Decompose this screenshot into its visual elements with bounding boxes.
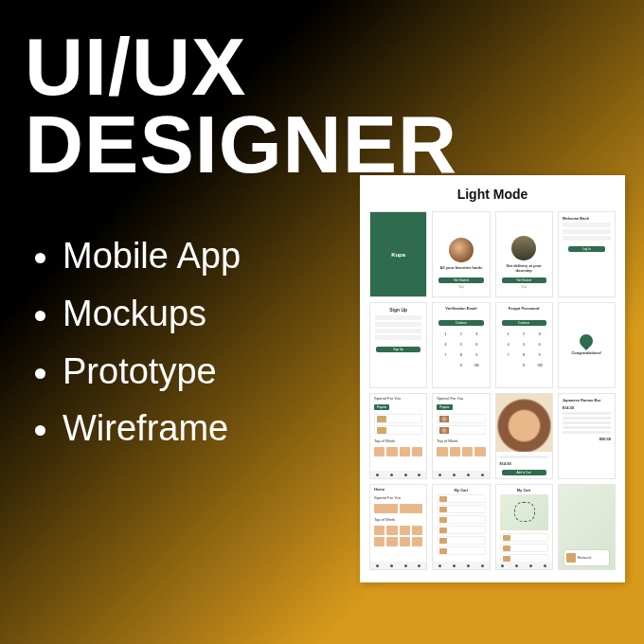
food-row bbox=[374, 447, 422, 456]
bottom-nav bbox=[496, 562, 552, 569]
main-heading: UI/UX DESIGNER bbox=[25, 28, 457, 183]
cart-item bbox=[437, 505, 485, 513]
cart-item bbox=[437, 526, 485, 534]
service-item: Wireframe bbox=[63, 400, 241, 457]
signup-button: Sign Up bbox=[376, 347, 420, 352]
input-field bbox=[375, 335, 421, 340]
skip-link: Skip bbox=[433, 285, 489, 289]
food-card bbox=[437, 425, 485, 435]
input-field bbox=[563, 229, 611, 234]
screen-title: My Cart bbox=[500, 488, 548, 492]
food-row bbox=[374, 537, 422, 546]
get-started-button: Get Started bbox=[438, 277, 483, 283]
screen-product-detail: $14.50 Add to Cart bbox=[495, 393, 553, 479]
screen-title: Home bbox=[370, 485, 426, 493]
food-card bbox=[374, 414, 422, 423]
input-field bbox=[563, 223, 611, 227]
panel-title: Light Mode bbox=[369, 187, 616, 202]
food-image bbox=[449, 238, 474, 262]
input-field bbox=[375, 315, 421, 320]
food-row bbox=[437, 447, 485, 456]
popup-image bbox=[566, 553, 576, 563]
screen-title: Sign Up bbox=[370, 303, 426, 313]
food-card bbox=[437, 414, 485, 423]
onboard-title: Get delivery at your doorstep bbox=[496, 264, 552, 273]
map-popup: Restaurant bbox=[564, 550, 609, 565]
screen-map: Restaurant bbox=[558, 484, 616, 570]
section-title: Special For You bbox=[433, 394, 489, 402]
bottom-nav bbox=[370, 562, 426, 569]
screen-special-2: Special For You Popular Top of Week bbox=[432, 393, 490, 479]
heading-line-1: UI/UX bbox=[25, 28, 457, 106]
screen-title: Verification Email bbox=[433, 303, 489, 311]
price-text: $14.50 bbox=[500, 461, 548, 466]
food-card bbox=[374, 425, 422, 435]
continue-button: Continue bbox=[502, 320, 546, 326]
section-title: Special For You bbox=[370, 394, 426, 402]
screen-special-1: Special For You Popular Top of Week bbox=[369, 393, 427, 479]
screen-verification: Verification Email Continue 123 456 789 … bbox=[432, 302, 490, 388]
product-image bbox=[496, 394, 552, 452]
service-item: Mockups bbox=[63, 285, 241, 343]
numeric-keypad: 123 456 789 0⌫ bbox=[438, 330, 483, 369]
service-list: Mobile App Mockups Prototype Wireframe bbox=[25, 227, 241, 457]
section-title: Special For You bbox=[370, 493, 426, 502]
numeric-keypad: 123 456 789 0⌫ bbox=[502, 330, 546, 369]
screen-success: Congratulations! bbox=[558, 302, 616, 388]
app-logo-text: Kupa bbox=[391, 252, 405, 258]
input-field bbox=[375, 322, 421, 327]
cart-item bbox=[500, 544, 548, 552]
food-image bbox=[511, 236, 536, 260]
continue-button: Continue bbox=[438, 320, 483, 326]
mockup-panel: Light Mode Kupa All your favorites foods… bbox=[360, 175, 625, 582]
skip-link: Skip bbox=[496, 285, 552, 289]
success-icon bbox=[577, 331, 596, 350]
section-title: Top of Week bbox=[370, 437, 426, 445]
cart-item bbox=[500, 533, 548, 542]
success-text: Congratulations! bbox=[567, 351, 605, 355]
onboard-title: All your favorites foods bbox=[437, 266, 487, 270]
screen-signup: Sign Up Sign Up bbox=[369, 302, 427, 388]
screen-splash: Kupa bbox=[369, 211, 427, 297]
screen-home: Home Special For You Top of Week bbox=[369, 484, 427, 570]
total-price: $50.50 bbox=[563, 437, 611, 441]
screen-onboard-2: Get delivery at your doorstep Get Starte… bbox=[495, 211, 553, 297]
bottom-nav bbox=[433, 471, 489, 478]
login-button: Log In bbox=[568, 246, 605, 252]
bottom-nav bbox=[370, 471, 426, 478]
cart-item bbox=[437, 494, 485, 503]
screen-title: Forgot Password bbox=[496, 303, 552, 311]
screen-title: My Cart bbox=[437, 488, 485, 492]
full-map: Restaurant bbox=[559, 485, 615, 569]
section-title: Top of Week bbox=[433, 437, 489, 445]
input-field bbox=[375, 329, 421, 333]
add-to-cart-button: Add to Cart bbox=[502, 470, 546, 475]
get-started-button: Get Started bbox=[502, 277, 546, 283]
screen-title: Welcome Back bbox=[563, 216, 611, 221]
food-row bbox=[374, 504, 422, 513]
cart-item bbox=[437, 515, 485, 524]
popular-badge: Popular bbox=[437, 404, 452, 410]
bottom-nav bbox=[433, 562, 489, 569]
heading-line-2: DESIGNER bbox=[25, 106, 457, 184]
screen-grid: Kupa All your favorites foods Get Starte… bbox=[369, 211, 616, 570]
screen-forgot-password: Forgot Password Continue 123 456 789 0⌫ bbox=[495, 302, 553, 388]
service-item: Prototype bbox=[63, 343, 241, 401]
screen-summary: Japanese Ramen Bar $14.50 $50.50 bbox=[558, 393, 616, 479]
screen-cart-1: My Cart bbox=[432, 484, 490, 570]
restaurant-name: Japanese Ramen Bar bbox=[563, 398, 611, 402]
screen-onboard-1: All your favorites foods Get Started Ski… bbox=[432, 211, 490, 297]
screen-cart-map: My Cart bbox=[495, 484, 553, 570]
service-item: Mobile App bbox=[63, 227, 241, 285]
cart-item bbox=[437, 536, 485, 545]
screen-login: Welcome Back Log In bbox=[558, 211, 616, 297]
mini-map bbox=[500, 494, 548, 530]
food-row bbox=[374, 526, 422, 535]
cart-item bbox=[437, 546, 485, 555]
section-title: Top of Week bbox=[370, 515, 426, 524]
input-field bbox=[563, 236, 611, 241]
popular-badge: Popular bbox=[374, 404, 389, 410]
popup-title: Restaurant bbox=[578, 556, 592, 560]
item-price: $14.50 bbox=[563, 405, 611, 410]
